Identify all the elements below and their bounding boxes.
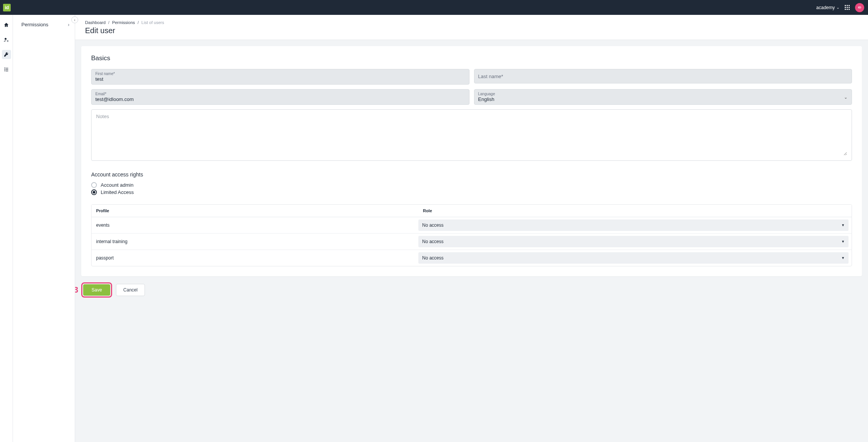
email-input[interactable] bbox=[95, 96, 465, 102]
role-value: No access bbox=[422, 255, 444, 261]
user-gear-icon bbox=[3, 37, 9, 43]
caret-down-icon: ▼ bbox=[841, 240, 845, 243]
notes-field[interactable] bbox=[91, 109, 852, 161]
save-highlight: Save bbox=[81, 282, 112, 298]
language-value: English bbox=[478, 96, 848, 102]
radio-icon bbox=[91, 182, 97, 188]
topbar: id academy ⌄ ID bbox=[0, 0, 868, 15]
icon-rail bbox=[0, 15, 13, 442]
main-content: Dashboard / Permissions / List of users … bbox=[75, 15, 868, 442]
caret-down-icon: ▼ bbox=[841, 223, 845, 227]
collapse-panel-button[interactable]: ‹ bbox=[71, 16, 78, 23]
access-rights-heading: Account access rights bbox=[91, 171, 852, 178]
last-name-label: Last name* bbox=[478, 74, 848, 79]
avatar[interactable]: ID bbox=[855, 3, 864, 12]
checklist-icon bbox=[3, 67, 9, 72]
side-panel-title: Permissions bbox=[21, 22, 48, 27]
radio-limited-access[interactable]: Limited Access bbox=[91, 189, 852, 196]
radio-label: Account admin bbox=[101, 182, 133, 188]
notes-textarea[interactable] bbox=[96, 114, 847, 155]
apps-grid-icon[interactable] bbox=[845, 5, 850, 10]
header-role: Role bbox=[418, 205, 852, 217]
role-select[interactable]: No access ▼ bbox=[418, 219, 849, 231]
role-value: No access bbox=[422, 239, 444, 244]
main-header: Dashboard / Permissions / List of users … bbox=[75, 15, 868, 40]
nav-checklist[interactable] bbox=[2, 65, 11, 74]
side-panel-item-permissions[interactable]: Permissions › bbox=[13, 15, 75, 27]
radio-icon bbox=[91, 189, 97, 195]
basics-heading: Basics bbox=[91, 54, 852, 62]
profile-cell: internal training bbox=[92, 234, 418, 249]
first-name-input[interactable] bbox=[95, 76, 465, 82]
nav-users[interactable] bbox=[2, 35, 11, 44]
svg-point-0 bbox=[5, 38, 6, 40]
breadcrumb: Dashboard / Permissions / List of users bbox=[85, 20, 858, 25]
profile-cell: events bbox=[92, 218, 418, 232]
breadcrumb-permissions[interactable]: Permissions bbox=[112, 20, 135, 25]
email-label: Email* bbox=[95, 92, 465, 96]
radio-label: Limited Access bbox=[101, 189, 134, 195]
page-title: Edit user bbox=[85, 26, 858, 35]
first-name-label: First name* bbox=[95, 72, 465, 76]
radio-account-admin[interactable]: Account admin bbox=[91, 181, 852, 189]
step-number-badge: 3 bbox=[75, 285, 78, 295]
chevron-left-icon: ‹ bbox=[74, 18, 75, 22]
table-row: events No access ▼ bbox=[92, 217, 852, 234]
role-select[interactable]: No access ▼ bbox=[418, 236, 849, 247]
language-field[interactable]: Language English bbox=[474, 89, 852, 105]
role-value: No access bbox=[422, 223, 444, 228]
chevron-down-icon: ⌄ bbox=[836, 5, 839, 10]
nav-home[interactable] bbox=[2, 20, 11, 29]
nav-permissions[interactable] bbox=[2, 50, 11, 59]
account-name: academy bbox=[816, 5, 835, 10]
app-logo[interactable]: id bbox=[3, 4, 11, 11]
account-switcher[interactable]: academy ⌄ bbox=[816, 5, 839, 10]
last-name-field[interactable]: Last name* bbox=[474, 69, 852, 83]
table-row: internal training No access ▼ bbox=[92, 234, 852, 250]
breadcrumb-current: List of users bbox=[141, 20, 164, 25]
language-label: Language bbox=[478, 92, 848, 96]
side-panel: ‹ Permissions › bbox=[13, 15, 75, 442]
edit-user-card: Basics First name* Last name* bbox=[81, 46, 862, 276]
caret-down-icon: ▼ bbox=[841, 256, 845, 260]
cancel-button[interactable]: Cancel bbox=[116, 284, 145, 296]
svg-point-1 bbox=[7, 40, 8, 42]
breadcrumb-dashboard[interactable]: Dashboard bbox=[85, 20, 106, 25]
role-select[interactable]: No access ▼ bbox=[418, 252, 849, 264]
key-icon bbox=[4, 52, 9, 57]
chevron-right-icon: › bbox=[68, 22, 69, 27]
form-actions: 3 Save Cancel bbox=[81, 282, 862, 298]
email-field[interactable]: Email* bbox=[91, 89, 469, 105]
table-header: Profile Role bbox=[92, 205, 852, 217]
profile-cell: passport bbox=[92, 251, 418, 265]
header-profile: Profile bbox=[92, 205, 418, 217]
home-icon bbox=[3, 22, 9, 28]
table-row: passport No access ▼ bbox=[92, 250, 852, 266]
save-button[interactable]: Save bbox=[83, 284, 110, 296]
first-name-field[interactable]: First name* bbox=[91, 69, 469, 85]
permissions-table: Profile Role events No access ▼ internal… bbox=[91, 204, 852, 266]
